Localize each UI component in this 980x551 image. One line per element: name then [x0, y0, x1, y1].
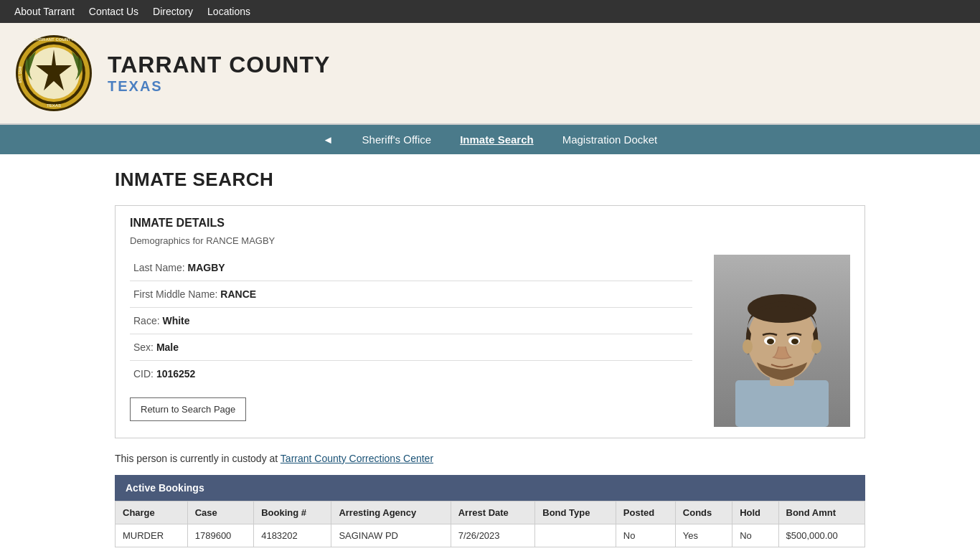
svg-point-17	[791, 339, 798, 344]
race-value: White	[162, 315, 189, 326]
svg-point-18	[743, 339, 753, 354]
table-cell: SAGINAW PD	[331, 524, 451, 547]
magistration-docket-link[interactable]: Magistration Docket	[562, 133, 658, 146]
col-hold: Hold	[732, 501, 778, 524]
col-posted: Posted	[616, 501, 675, 524]
contact-us-link[interactable]: Contact Us	[89, 6, 138, 17]
table-row: MURDER17896004183202SAGINAW PD7/26/2023N…	[116, 524, 865, 547]
custody-notice: This person is currently in custody at T…	[115, 453, 865, 464]
bookings-table: Charge Case Booking # Arresting Agency A…	[115, 501, 865, 547]
first-name-row: First Middle Name: RANCE	[130, 281, 692, 308]
col-arrest-date: Arrest Date	[451, 501, 535, 524]
tarrant-county-seal: TARRANT COUNTY TEXAS EST. 1849	[14, 34, 93, 113]
race-row: Race: White	[130, 308, 692, 334]
table-cell: 7/26/2023	[451, 524, 535, 547]
col-booking-num: Booking #	[254, 501, 331, 524]
top-navigation: About Tarrant Contact Us Directory Locat…	[0, 0, 980, 23]
svg-text:TEXAS: TEXAS	[47, 103, 61, 108]
col-conds: Conds	[675, 501, 732, 524]
details-fields: Last Name: MAGBY First Middle Name: RANC…	[130, 255, 692, 427]
sex-row: Sex: Male	[130, 334, 692, 361]
col-charge: Charge	[116, 501, 188, 524]
about-tarrant-link[interactable]: About Tarrant	[14, 6, 75, 17]
cid-label: CID:	[133, 368, 154, 380]
table-cell: 1789600	[187, 524, 253, 547]
last-name-value: MAGBY	[187, 262, 225, 273]
table-header-row: Charge Case Booking # Arresting Agency A…	[116, 501, 865, 524]
svg-point-19	[811, 339, 821, 354]
cid-value: 1016252	[156, 368, 196, 380]
active-bookings-section: Active Bookings Charge Case Booking # Ar…	[115, 475, 865, 547]
table-cell: No	[616, 524, 675, 547]
col-bond-amnt: Bond Amnt	[778, 501, 864, 524]
col-case: Case	[187, 501, 253, 524]
table-cell: MURDER	[116, 524, 188, 547]
table-cell	[535, 524, 616, 547]
mugshot-image	[714, 255, 850, 427]
inmate-details-section: INMATE DETAILS Demographics for RANCE MA…	[115, 205, 865, 438]
svg-text:TARRANT COUNTY: TARRANT COUNTY	[34, 37, 74, 42]
details-container: Last Name: MAGBY First Middle Name: RANC…	[130, 255, 850, 427]
page-title: INMATE SEARCH	[115, 169, 865, 191]
svg-point-13	[748, 294, 816, 323]
demographics-label: Demographics for RANCE MAGBY	[130, 235, 850, 246]
table-cell: 4183202	[254, 524, 331, 547]
inmate-details-heading: INMATE DETAILS	[130, 217, 850, 230]
table-cell: $500,000.00	[778, 524, 864, 547]
table-cell: No	[732, 524, 778, 547]
state-name-text: TEXAS	[108, 78, 330, 95]
svg-text:EST. 1849: EST. 1849	[18, 66, 22, 83]
main-content: INMATE SEARCH INMATE DETAILS Demographic…	[0, 154, 980, 551]
secondary-navigation: ◄ Sheriff's Office Inmate Search Magistr…	[0, 125, 980, 154]
last-name-row: Last Name: MAGBY	[130, 255, 692, 281]
bookings-table-body: MURDER17896004183202SAGINAW PD7/26/2023N…	[116, 524, 865, 547]
county-name-block: TARRANT COUNTY TEXAS	[108, 52, 330, 95]
cid-row: CID: 1016252	[130, 361, 692, 387]
table-cell: Yes	[675, 524, 732, 547]
last-name-label: Last Name:	[133, 262, 185, 273]
bookings-header: Active Bookings	[115, 475, 865, 501]
first-name-label: First Middle Name:	[133, 288, 217, 300]
site-header: TARRANT COUNTY TEXAS EST. 1849 TARRANT C…	[0, 23, 980, 125]
return-to-search-button[interactable]: Return to Search Page	[130, 397, 246, 421]
custody-notice-text: This person is currently in custody at	[115, 453, 281, 464]
col-arresting-agency: Arresting Agency	[331, 501, 451, 524]
col-bond-type: Bond Type	[535, 501, 616, 524]
locations-link[interactable]: Locations	[207, 6, 250, 17]
county-name-text: TARRANT COUNTY	[108, 52, 330, 78]
directory-link[interactable]: Directory	[153, 6, 193, 17]
sheriffs-office-link[interactable]: Sheriff's Office	[362, 133, 432, 146]
svg-point-16	[767, 339, 774, 344]
first-name-value: RANCE	[220, 288, 256, 300]
corrections-center-link[interactable]: Tarrant County Corrections Center	[281, 453, 433, 464]
svg-rect-10	[735, 380, 829, 427]
back-arrow: ◄	[323, 133, 334, 146]
sex-value: Male	[156, 342, 179, 353]
inmate-search-link[interactable]: Inmate Search	[460, 133, 534, 146]
sex-label: Sex:	[133, 342, 154, 353]
race-label: Race:	[133, 315, 160, 326]
